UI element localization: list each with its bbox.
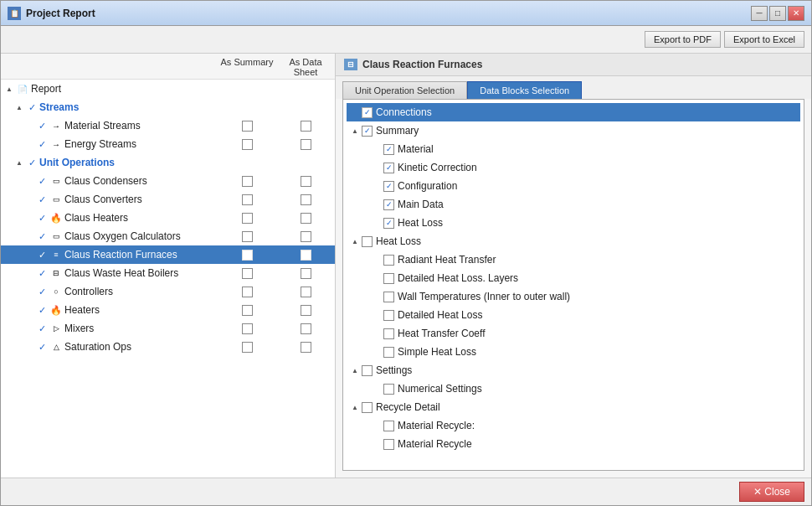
cb-main-data[interactable]: ✓ [383, 199, 394, 210]
cb-heat-coeff[interactable] [383, 328, 394, 339]
cb-mat-recycle-colon[interactable] [383, 421, 394, 431]
label-report: Report [31, 83, 218, 95]
cb-heat-loss-checked[interactable]: ✓ [383, 218, 394, 229]
label-summary: Summary [376, 125, 419, 137]
data-item-heat-coeff[interactable]: Heat Transfer Coeff [347, 324, 800, 343]
cb-condensers-summary[interactable] [242, 176, 253, 187]
data-item-heat-loss-checked[interactable]: ✓ Heat Loss [347, 214, 800, 232]
cb-summary[interactable]: ✓ [362, 126, 373, 137]
tree-item-claus-heaters[interactable]: ✓ 🔥 Claus Heaters [1, 209, 335, 227]
cb-detailed-layers[interactable] [383, 273, 394, 284]
window-close-button[interactable]: ✕ [788, 6, 804, 21]
cb-converters-summary[interactable] [242, 194, 253, 205]
expand-converters [24, 194, 34, 204]
oxygen-icon: ▭ [49, 230, 63, 242]
cb-mat-recycle[interactable] [383, 439, 394, 450]
check-saturation: ✓ [36, 341, 48, 353]
data-item-radiant[interactable]: Radiant Heat Transfer [347, 250, 800, 269]
data-item-recycle[interactable]: ▲ Recycle Detail [347, 398, 800, 416]
data-item-detailed-heat[interactable]: Detailed Heat Loss [347, 306, 800, 324]
data-item-material-recycle[interactable]: Material Recycle [347, 435, 800, 453]
cb-reaction-datasheet[interactable]: ✓ [301, 250, 311, 261]
cb-connections[interactable]: ✓ [362, 107, 373, 118]
data-item-material[interactable]: ✓ Material [347, 140, 800, 158]
cb-heat-loss-section[interactable] [362, 236, 373, 247]
cb-converters-datasheet[interactable] [301, 194, 311, 205]
label-heat-coeff: Heat Transfer Coeff [398, 328, 486, 339]
cb-wall-temps[interactable] [383, 292, 394, 302]
tab-unit-op-selection[interactable]: Unit Operation Selection [342, 81, 467, 99]
cb-waste-summary[interactable] [242, 268, 253, 279]
cb-heaters2-summary[interactable] [242, 305, 253, 316]
export-pdf-button[interactable]: Export to PDF [645, 31, 721, 48]
cb-radiant[interactable] [383, 255, 394, 266]
tree-item-claus-converters[interactable]: ✓ ▭ Claus Converters [1, 190, 335, 209]
tree-item-unit-ops[interactable]: ▲ ✓ Unit Operations [1, 153, 335, 172]
tree-item-energy-streams[interactable]: ✓ → Energy Streams [1, 135, 335, 153]
check-heaters: ✓ [36, 212, 48, 224]
data-item-kinetic[interactable]: ✓ Kinetic Correction [347, 158, 800, 177]
close-button[interactable]: ✕ Close [739, 482, 804, 502]
cb-mixers-summary[interactable] [242, 323, 253, 334]
cb-energy-datasheet[interactable] [301, 139, 311, 150]
label-numerical: Numerical Settings [398, 383, 482, 395]
minimize-button[interactable]: ─ [751, 6, 768, 21]
data-item-wall-temps[interactable]: Wall Temperatures (Inner to outer wall) [347, 287, 800, 306]
cb-material-datasheet[interactable] [301, 121, 311, 132]
tree-item-claus-reaction[interactable]: ✓ ≡ Claus Reaction Furnaces ✓ ✓ [1, 245, 335, 264]
cb-controllers-datasheet[interactable] [301, 287, 311, 297]
cb-energy-summary[interactable] [242, 139, 253, 150]
cb-controllers-summary[interactable] [242, 287, 253, 297]
cb-settings[interactable] [362, 365, 373, 376]
tree-item-mixers[interactable]: ✓ ▷ Mixers [1, 319, 335, 338]
heaters-icon: 🔥 [49, 212, 63, 224]
cb-condensers-datasheet[interactable] [301, 176, 311, 187]
tree-item-report[interactable]: ▲ 📄 Report [1, 80, 335, 98]
tree-item-saturation-ops[interactable]: ✓ △ Saturation Ops [1, 338, 335, 356]
data-item-connections[interactable]: ✓ Connections [347, 103, 800, 121]
data-item-detailed-layers[interactable]: Detailed Heat Loss. Layers [347, 269, 800, 287]
data-item-settings[interactable]: ▲ Settings [347, 361, 800, 380]
data-item-summary[interactable]: ▲ ✓ Summary [347, 121, 800, 140]
cb-saturation-datasheet[interactable] [301, 342, 311, 353]
tree-item-claus-condensers[interactable]: ✓ ▭ Claus Condensers [1, 172, 335, 190]
label-controllers: Controllers [64, 286, 218, 297]
data-item-numerical[interactable]: Numerical Settings [347, 380, 800, 398]
data-item-configuration[interactable]: ✓ Configuration [347, 177, 800, 195]
data-item-main-data[interactable]: ✓ Main Data [347, 195, 800, 214]
data-item-material-recycle-colon[interactable]: Material Recycle: [347, 416, 800, 435]
cb-waste-datasheet[interactable] [301, 268, 311, 279]
tree-item-material-streams[interactable]: ✓ → Material Streams [1, 116, 335, 135]
cb-heaters-summary[interactable] [242, 213, 253, 224]
tree-item-controllers[interactable]: ✓ ○ Controllers [1, 282, 335, 301]
tree-item-claus-waste[interactable]: ✓ ⊟ Claus Waste Heat Boilers [1, 264, 335, 282]
cb-oxygen-datasheet[interactable] [301, 231, 311, 242]
column-headers: As Summary As Data Sheet [1, 54, 335, 80]
expand-saturation [24, 342, 34, 352]
material-checkboxes [218, 121, 335, 132]
label-settings: Settings [376, 364, 412, 376]
cb-recycle[interactable] [362, 402, 373, 413]
cb-saturation-summary[interactable] [242, 342, 253, 353]
check-energy: ✓ [36, 138, 48, 150]
tree-item-streams[interactable]: ▲ ✓ Streams [1, 98, 335, 116]
cb-configuration[interactable]: ✓ [383, 181, 394, 192]
cb-numerical[interactable] [383, 384, 394, 395]
cb-oxygen-summary[interactable] [242, 231, 253, 242]
cb-heaters2-datasheet[interactable] [301, 305, 311, 316]
data-item-heat-loss-section[interactable]: ▲ Heat Loss [347, 232, 800, 250]
tree-item-heaters2[interactable]: ✓ 🔥 Heaters [1, 301, 335, 319]
cb-mixers-datasheet[interactable] [301, 323, 311, 334]
cb-detailed-heat[interactable] [383, 310, 394, 321]
tab-data-blocks-selection[interactable]: Data Blocks Selection [467, 81, 582, 99]
cb-material-db[interactable]: ✓ [383, 144, 394, 155]
restore-button[interactable]: □ [769, 6, 786, 21]
cb-material-summary[interactable] [242, 121, 253, 132]
data-item-simple-heat[interactable]: Simple Heat Loss [347, 343, 800, 361]
cb-simple-heat[interactable] [383, 347, 394, 358]
cb-heaters-datasheet[interactable] [301, 213, 311, 224]
tree-item-claus-oxygen[interactable]: ✓ ▭ Claus Oxygen Calculators [1, 227, 335, 245]
cb-reaction-summary[interactable]: ✓ [242, 250, 253, 261]
export-excel-button[interactable]: Export to Excel [724, 31, 804, 48]
cb-kinetic[interactable]: ✓ [383, 163, 394, 173]
